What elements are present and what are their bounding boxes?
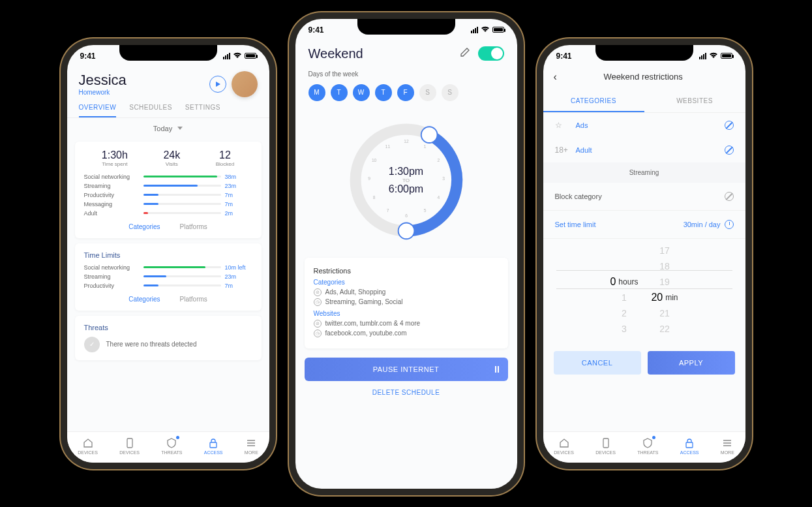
day-toggle[interactable]: T <box>331 84 348 101</box>
picker-hour[interactable]: 0 hours <box>610 274 638 290</box>
avatar[interactable] <box>232 71 258 97</box>
svg-text:5: 5 <box>423 208 426 213</box>
day-toggle[interactable]: F <box>397 84 414 101</box>
category-row[interactable]: Productivity 7m <box>84 283 252 289</box>
picker-min[interactable]: 17 <box>659 243 670 258</box>
profile-tabs: OVERVIEW SCHEDULES SETTINGS <box>67 97 269 118</box>
subtab-platforms[interactable]: Platforms <box>180 296 207 303</box>
menu-icon <box>245 437 257 449</box>
websites-link[interactable]: Websites <box>314 310 499 317</box>
nav-access[interactable]: ACCESS <box>204 437 223 455</box>
nav-devices[interactable]: DEVICES <box>595 437 616 455</box>
notch <box>595 45 693 61</box>
play-button[interactable] <box>209 76 226 93</box>
time-picker[interactable]: 0 hours123 17181920 min2122 <box>543 239 745 343</box>
day-toggle[interactable]: S <box>442 84 459 101</box>
nav-access[interactable]: ACCESS <box>680 437 699 455</box>
nav-devices[interactable]: DEVICES <box>78 437 98 455</box>
category-icon: 18+ <box>555 146 568 155</box>
svg-point-4 <box>398 223 414 239</box>
phone-restrictions: 9:41 ‹ Weekend restrictions CATEGORIES W… <box>543 45 745 463</box>
day-toggle[interactable]: T <box>375 84 392 101</box>
time-range-clock[interactable]: 1212 345 678 91011 1:30pm TO 6:00pm <box>344 118 468 242</box>
clock-icon <box>725 220 734 229</box>
nav-more[interactable]: MORE <box>245 437 258 455</box>
picker-hour[interactable]: 2 <box>622 305 627 321</box>
category-row[interactable]: Social networking 10m left <box>84 264 252 271</box>
svg-text:11: 11 <box>385 144 390 148</box>
category-row[interactable]: Messaging 7m <box>84 201 252 207</box>
tab-settings[interactable]: SETTINGS <box>185 104 220 117</box>
nav-threats[interactable]: THREATS <box>161 437 182 455</box>
wifi-icon <box>233 52 242 61</box>
date-selector[interactable]: Today <box>67 118 269 139</box>
chevron-down-icon <box>177 127 183 130</box>
profile-name: Jessica <box>79 72 127 89</box>
edit-icon[interactable] <box>460 47 470 60</box>
svg-rect-0 <box>127 438 132 448</box>
notch <box>119 45 217 61</box>
svg-text:6: 6 <box>405 213 408 218</box>
nav-threats[interactable]: THREATS <box>637 437 658 455</box>
tab-websites[interactable]: WEBSITES <box>644 91 745 112</box>
categories-link[interactable]: Categories <box>314 279 499 286</box>
restrictions-title: Restrictions <box>314 267 499 275</box>
delete-schedule-link[interactable]: DELETE SCHEDULE <box>295 385 517 405</box>
tab-categories[interactable]: CATEGORIES <box>543 91 644 112</box>
stat-visits: 24k Visits <box>163 149 180 167</box>
nav-more[interactable]: MORE <box>721 437 734 455</box>
category-row[interactable]: Streaming 23m <box>84 273 252 280</box>
category-row[interactable]: Productivity 7m <box>84 192 252 198</box>
picker-hour[interactable]: 1 <box>622 290 627 305</box>
wifi-icon <box>481 25 490 35</box>
category-row[interactable]: Streaming 23m <box>84 183 252 189</box>
day-toggle[interactable]: S <box>419 84 436 101</box>
subtab-categories[interactable]: Categories <box>128 296 160 303</box>
to-label: TO <box>389 177 423 183</box>
category-row[interactable]: Social networking 38m <box>84 174 252 180</box>
timed-categories: Streaming, Gaming, Social <box>325 298 403 305</box>
days-row: MTWTFSS <box>295 84 517 112</box>
profile-sublabel[interactable]: Homework <box>79 89 127 96</box>
threats-card: Threats ✓ There were no threats detected <box>75 316 262 360</box>
status-time: 9:41 <box>80 52 96 61</box>
cancel-button[interactable]: CANCEL <box>554 351 641 375</box>
time-limit-row[interactable]: Set time limit 30min / day <box>543 211 745 239</box>
nav-devices[interactable]: DEVICES <box>119 437 140 455</box>
timed-websites: facebook.com, youtube.com <box>325 330 407 337</box>
apply-button[interactable]: APPLY <box>648 351 735 375</box>
day-toggle[interactable]: M <box>308 84 325 101</box>
device-icon <box>600 437 612 449</box>
days-label: Days of the week <box>295 70 517 84</box>
picker-min[interactable]: 21 <box>659 305 670 321</box>
back-button[interactable]: ‹ <box>554 71 557 83</box>
pause-internet-button[interactable]: PAUSE INTERNET <box>305 358 508 381</box>
toggle-switch[interactable] <box>478 46 504 61</box>
tab-schedules[interactable]: SCHEDULES <box>129 104 172 117</box>
nav-devices[interactable]: DEVICES <box>554 437 574 455</box>
picker-min[interactable]: 18 <box>659 258 670 274</box>
block-icon: ⊘ <box>314 320 322 328</box>
status-time: 9:41 <box>556 52 572 61</box>
picker-min[interactable]: 22 <box>659 321 670 337</box>
status-time: 9:41 <box>308 25 324 35</box>
notch <box>357 19 455 35</box>
day-toggle[interactable]: W <box>353 84 370 101</box>
subtab-categories[interactable]: Categories <box>128 223 160 230</box>
picker-hour[interactable]: 3 <box>622 321 627 337</box>
tab-overview[interactable]: OVERVIEW <box>79 104 117 117</box>
category-item[interactable]: ☆ Ads <box>543 113 745 138</box>
block-category-row[interactable]: Block category <box>543 183 745 211</box>
picker-min[interactable]: 19 <box>659 274 670 290</box>
start-time: 1:30pm <box>389 165 423 177</box>
svg-point-3 <box>421 127 437 143</box>
category-item[interactable]: 18+ Adult <box>543 138 745 162</box>
home-icon <box>82 437 94 449</box>
phone-schedule: 9:41 Weekend Days of the week MTWTFSS <box>295 19 517 489</box>
category-row[interactable]: Adult 2m <box>84 210 252 217</box>
svg-text:7: 7 <box>386 208 389 213</box>
svg-text:10: 10 <box>371 157 376 162</box>
picker-min[interactable]: 20 min <box>651 290 678 305</box>
subtab-platforms[interactable]: Platforms <box>180 223 207 230</box>
clock-icon: ◷ <box>314 298 322 306</box>
